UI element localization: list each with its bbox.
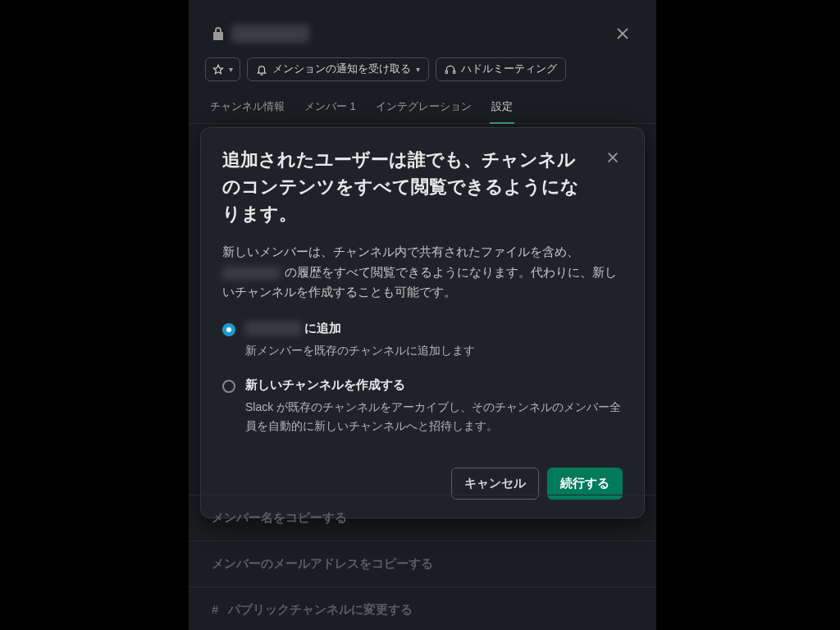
settings-list-dimmed: メンバー名をコピーする メンバーのメールアドレスをコピーする #パブリックチャン… bbox=[189, 495, 656, 630]
radio-sublabel: Slack が既存のチャンネルをアーカイブし、そのチャンネルのメンバー全員を自動… bbox=[245, 398, 623, 435]
radio-content: に追加 新メンバーを既存のチャンネルに追加します bbox=[245, 321, 623, 359]
tab-channel-info[interactable]: チャンネル情報 bbox=[208, 93, 286, 123]
hash-icon: # bbox=[212, 602, 218, 616]
notifications-button[interactable]: メンションの通知を受け取る ▾ bbox=[247, 57, 429, 81]
radio-sublabel: 新メンバーを既存のチャンネルに追加します bbox=[245, 341, 623, 359]
copy-member-names-row[interactable]: メンバー名をコピーする bbox=[189, 495, 656, 541]
channel-name-redacted bbox=[222, 267, 280, 280]
panel-header bbox=[189, 0, 656, 52]
star-icon bbox=[212, 64, 224, 75]
modal-title: 追加されたユーザーは誰でも、チャンネルのコンテンツをすべて閲覧できるようになりま… bbox=[222, 146, 603, 227]
radio-option-create-new[interactable]: 新しいチャンネルを作成する Slack が既存のチャンネルをアーカイブし、そのチ… bbox=[222, 377, 623, 435]
headphones-icon bbox=[445, 64, 456, 75]
modal-header: 追加されたユーザーは誰でも、チャンネルのコンテンツをすべて閲覧できるようになりま… bbox=[222, 146, 623, 227]
chevron-down-icon: ▾ bbox=[229, 65, 233, 74]
radio-label: に追加 bbox=[245, 321, 623, 336]
row-label: メンバー名をコピーする bbox=[212, 511, 347, 524]
tab-integrations[interactable]: インテグレーション bbox=[374, 93, 473, 123]
radio-option-add-to-existing[interactable]: に追加 新メンバーを既存のチャンネルに追加します bbox=[222, 321, 623, 359]
modal-backdrop: 追加されたユーザーは誰でも、チャンネルのコンテンツをすべて閲覧できるようになりま… bbox=[189, 127, 656, 518]
channel-name-redacted bbox=[231, 25, 309, 43]
change-public-row[interactable]: #パブリックチャンネルに変更する bbox=[189, 587, 656, 630]
star-button[interactable]: ▾ bbox=[205, 57, 240, 81]
desc-part1: 新しいメンバーは、チャンネル内で共有されたファイルを含め、 bbox=[222, 245, 579, 258]
bell-icon bbox=[256, 64, 267, 75]
panel-toolbar: ▾ メンションの通知を受け取る ▾ ハドルミーティング bbox=[189, 52, 656, 93]
channel-title bbox=[212, 25, 309, 43]
radio-indicator bbox=[222, 380, 235, 393]
radio-indicator bbox=[222, 323, 235, 336]
channel-name-redacted bbox=[245, 322, 301, 336]
copy-member-emails-row[interactable]: メンバーのメールアドレスをコピーする bbox=[189, 541, 656, 587]
radio-content: 新しいチャンネルを作成する Slack が既存のチャンネルをアーカイブし、そのチ… bbox=[245, 377, 623, 435]
modal-description: 新しいメンバーは、チャンネル内で共有されたファイルを含め、 の履歴をすべて閲覧で… bbox=[222, 242, 623, 303]
row-label: パブリックチャンネルに変更する bbox=[228, 603, 413, 616]
desc-part2: の履歴をすべて閲覧できるようになります。代わりに、新しいチャンネルを作成すること… bbox=[222, 266, 617, 299]
radio-group: に追加 新メンバーを既存のチャンネルに追加します 新しいチャンネルを作成する S… bbox=[222, 321, 623, 435]
huddle-label: ハドルミーティング bbox=[461, 62, 557, 76]
radio-label-suffix: に追加 bbox=[304, 321, 341, 336]
tab-members[interactable]: メンバー 1 bbox=[303, 93, 358, 123]
radio-label: 新しいチャンネルを作成する bbox=[245, 377, 623, 393]
tabs: チャンネル情報 メンバー 1 インテグレーション 設定 bbox=[189, 93, 656, 124]
huddle-button[interactable]: ハドルミーティング bbox=[436, 57, 566, 81]
modal-close-button[interactable] bbox=[603, 149, 623, 166]
tab-settings[interactable]: 設定 bbox=[490, 93, 514, 123]
row-label: メンバーのメールアドレスをコピーする bbox=[212, 557, 433, 570]
notifications-label: メンションの通知を受け取る bbox=[272, 62, 411, 76]
close-panel-button[interactable] bbox=[612, 23, 633, 44]
lock-icon bbox=[212, 26, 225, 41]
chevron-down-icon: ▾ bbox=[416, 65, 420, 74]
confirmation-modal: 追加されたユーザーは誰でも、チャンネルのコンテンツをすべて閲覧できるようになりま… bbox=[200, 127, 645, 518]
